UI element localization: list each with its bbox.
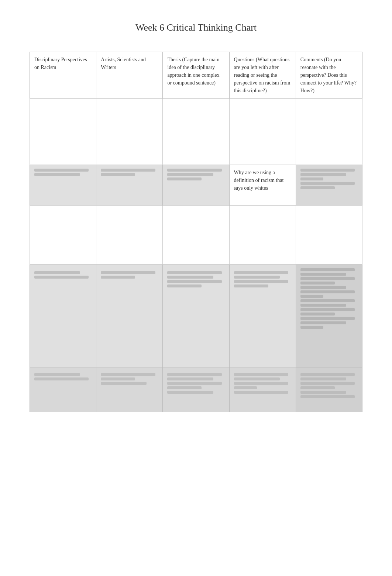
spacer-row-1: [30, 99, 362, 165]
row3-col5: [296, 265, 362, 368]
header-col1: Disciplinary Perspectives on Racism: [30, 52, 96, 99]
empty-cell: [296, 206, 362, 265]
empty-cell: [96, 99, 163, 165]
data-row-3: [30, 265, 362, 368]
row2-col4: Why are we using a definition of racism …: [229, 165, 296, 206]
empty-cell: [96, 206, 163, 265]
empty-cell: [163, 99, 229, 165]
row3-col3: [163, 265, 229, 368]
row4-col3: [163, 368, 229, 412]
row3-col4: [229, 265, 296, 368]
row4-col5: [296, 368, 362, 412]
empty-cell: [163, 206, 229, 265]
row3-col2: [96, 265, 163, 368]
row2-question-text: Why are we using a definition of racism …: [234, 170, 284, 191]
empty-cell: [30, 99, 96, 165]
empty-cell: [296, 99, 362, 165]
header-col3: Thesis (Capture the main idea of the dis…: [163, 52, 229, 99]
empty-cell: [30, 206, 96, 265]
row2-col2: [96, 165, 163, 206]
row2-col5: [296, 165, 362, 206]
row4-col2: [96, 368, 163, 412]
data-row-2: Why are we using a definition of racism …: [30, 165, 362, 206]
row2-col3: [163, 165, 229, 206]
row4-col4: [229, 368, 296, 412]
header-col2: Artists, Scientists and Writers: [96, 52, 163, 99]
row3-col1: [30, 265, 96, 368]
data-row-4: [30, 368, 362, 412]
header-col5: Comments (Do you resonate with the persp…: [296, 52, 362, 99]
header-col4: Questions (What questions are you left w…: [229, 52, 296, 99]
empty-cell: [229, 99, 296, 165]
row4-col1: [30, 368, 96, 412]
chart-table: Disciplinary Perspectives on Racism Arti…: [30, 52, 362, 412]
header-row: Disciplinary Perspectives on Racism Arti…: [30, 52, 362, 99]
row2-col1: [30, 165, 96, 206]
spacer-row-2: [30, 206, 362, 265]
empty-cell: [229, 206, 296, 265]
page-title: Week 6 Critical Thinking Chart: [30, 22, 362, 33]
